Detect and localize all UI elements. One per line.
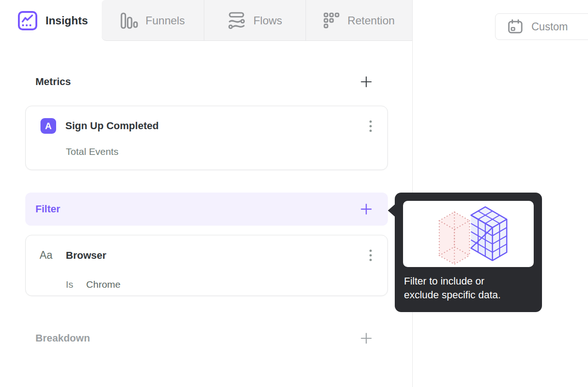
tab-flows-label: Flows: [254, 14, 282, 27]
metric-card[interactable]: A Sign Up Completed Total Events: [25, 106, 388, 170]
tooltip-text: Filter to include or exclude specific da…: [403, 274, 534, 302]
breakdown-section-header: Breakdown: [25, 330, 388, 347]
tab-funnels-label: Funnels: [145, 14, 184, 27]
tooltip-text-line2: exclude specific data.: [404, 288, 533, 302]
flow-lines-icon: [228, 12, 246, 29]
metric-event-name: Sign Up Completed: [65, 120, 159, 132]
report-tabbar: Insights Funnels: [0, 0, 413, 41]
tab-retention-label: Retention: [347, 14, 395, 27]
tab-insights[interactable]: Insights: [0, 0, 102, 41]
insights-icon: [17, 10, 38, 31]
string-property-icon: Aa: [40, 249, 52, 262]
bar-chart-icon: [121, 12, 138, 29]
metric-aggregation[interactable]: Total Events: [66, 146, 375, 157]
series-badge: A: [40, 118, 56, 134]
insights-builder-page: Insights Funnels: [0, 0, 588, 387]
tooltip-arrow: [388, 204, 395, 217]
metrics-section-title: Metrics: [35, 76, 71, 88]
calendar-icon: [507, 19, 523, 34]
custom-date-button[interactable]: Custom: [495, 13, 588, 40]
tab-funnels[interactable]: Funnels: [102, 0, 204, 41]
inactive-tabs: Funnels Flows: [102, 0, 413, 41]
metrics-section-header: Metrics: [25, 74, 388, 90]
add-filter-button[interactable]: [360, 203, 372, 215]
filter-property-name: Browser: [66, 250, 106, 262]
custom-date-label: Custom: [531, 21, 568, 33]
breakdown-section-title: Breakdown: [35, 332, 90, 344]
tab-retention[interactable]: Retention: [306, 0, 412, 41]
tab-flows[interactable]: Flows: [204, 0, 306, 41]
add-breakdown-button[interactable]: [360, 332, 372, 344]
filter-operator[interactable]: Is: [66, 279, 73, 290]
filter-section-header[interactable]: Filter: [25, 193, 388, 226]
metric-menu-kebab-icon[interactable]: [367, 119, 375, 134]
dot-grid-icon: [323, 12, 340, 29]
filter-tooltip: Filter to include or exclude specific da…: [395, 193, 542, 312]
tooltip-text-line1: Filter to include or: [404, 274, 533, 288]
filter-section-title: Filter: [35, 203, 60, 215]
filter-menu-kebab-icon[interactable]: [367, 248, 375, 263]
filter-value[interactable]: Chrome: [86, 279, 121, 290]
tab-insights-label: Insights: [46, 14, 88, 27]
filter-illustration: [403, 201, 534, 267]
filter-card[interactable]: Aa Browser Is Chrome: [25, 235, 388, 296]
add-metric-button[interactable]: [360, 76, 372, 88]
